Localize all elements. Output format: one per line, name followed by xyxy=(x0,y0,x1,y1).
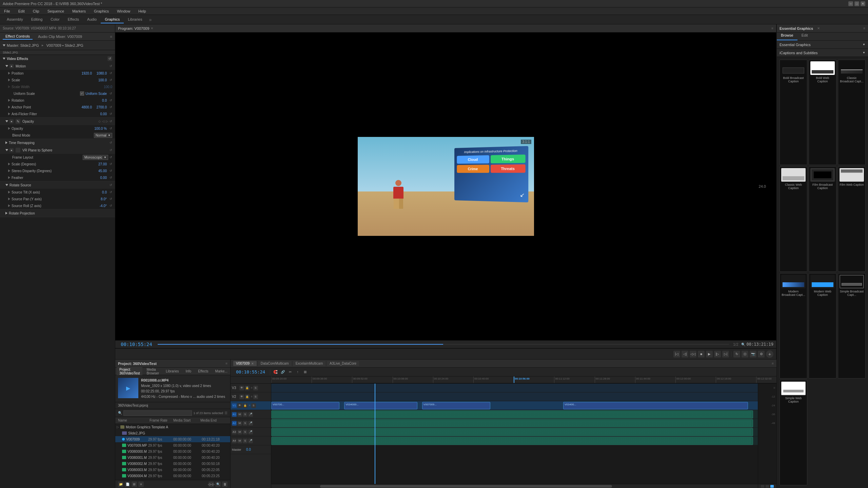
menu-clip[interactable]: Clip xyxy=(32,8,41,14)
a2-m-button[interactable]: M xyxy=(237,421,242,426)
timeline-playhead[interactable] xyxy=(514,377,514,383)
template-modern-broadcast[interactable]: Modern Broadcast Capt... xyxy=(780,273,807,379)
position-expand-icon[interactable] xyxy=(8,72,10,75)
go-to-end-button[interactable]: ▷| xyxy=(722,351,729,358)
tab-project[interactable]: Project: 360VideoTest xyxy=(117,367,142,376)
step-forward-button[interactable]: |▷ xyxy=(714,351,721,358)
v1-target-button[interactable]: V1 xyxy=(232,403,237,408)
antiflicker-value[interactable]: 0.00 xyxy=(93,112,107,116)
menu-markers[interactable]: Markers xyxy=(71,8,87,14)
position-y-value[interactable]: 1080.0 xyxy=(93,72,107,75)
a2-lane[interactable] xyxy=(271,419,758,428)
position-x-value[interactable]: 1920.0 xyxy=(78,72,92,75)
pan-expand-icon[interactable] xyxy=(8,198,10,200)
template-classic-broadcast[interactable]: Classic Broadcast Capt... xyxy=(838,60,866,165)
workspace-tab-audio[interactable]: Audio xyxy=(83,16,101,23)
opacity-value-reset[interactable]: ↺ xyxy=(110,127,112,130)
roll-value[interactable]: -4.0° xyxy=(93,204,107,208)
play-button[interactable]: ▶ xyxy=(706,351,713,358)
workspace-tab-color[interactable]: Color xyxy=(46,16,63,23)
v2-lane[interactable] xyxy=(271,392,758,401)
audio-clip-a1[interactable] xyxy=(271,410,753,419)
timeline-tab-datacore[interactable]: DataCoreMulticam xyxy=(258,361,292,366)
uniform-scale-reset[interactable]: ↺ xyxy=(110,92,112,95)
workspace-tab-libraries[interactable]: Libraries xyxy=(124,16,146,23)
v3-eye-button[interactable]: 👁 xyxy=(239,386,244,390)
antiflicker-expand-icon[interactable] xyxy=(8,113,10,115)
v1-eye-button[interactable]: 👁 xyxy=(237,403,242,408)
workspace-tab-graphics[interactable]: Graphics xyxy=(101,16,124,23)
audio-clip-a3[interactable] xyxy=(271,428,753,436)
a2-voice-button[interactable]: 🎤 xyxy=(248,421,253,426)
stereo-reset[interactable]: ↺ xyxy=(110,169,112,172)
workspace-tab-effects[interactable]: Effects xyxy=(64,16,83,23)
v1-s-button[interactable]: S xyxy=(251,403,256,408)
opacity-header[interactable]: ● ✎ Opacity ◇ ◁ ▷ ↺ xyxy=(0,118,115,125)
anchor-expand-icon[interactable] xyxy=(8,106,10,108)
position-reset[interactable]: ↺ xyxy=(110,72,112,75)
timeline-panel-menu[interactable]: ≡ xyxy=(772,362,774,365)
a2-s-button[interactable]: S xyxy=(243,421,248,426)
stereo-expand-icon[interactable] xyxy=(8,169,10,172)
rotation-value[interactable]: 0.0 xyxy=(93,99,107,102)
motion-enable-icon[interactable]: ● xyxy=(9,64,14,68)
feather-reset[interactable]: ↺ xyxy=(110,176,112,179)
antiflicker-reset[interactable]: ↺ xyxy=(110,112,112,116)
anchor-y-value[interactable]: 2700.0 xyxy=(93,105,107,109)
settings-button[interactable]: ⚙ xyxy=(758,351,765,358)
tilt-value[interactable]: 0.0 xyxy=(93,190,107,194)
list-item[interactable]: V0080001.MP4 29.97 fps 00:00:00:00 00:00… xyxy=(115,454,230,461)
v3-lane[interactable] xyxy=(271,384,758,392)
v1-lane[interactable]: V00700... V034000... V007009... V03400..… xyxy=(271,401,758,410)
delete-button[interactable]: 🗑 xyxy=(222,482,228,487)
v2-lock-button[interactable]: 🔒 xyxy=(245,394,250,399)
opacity-enable-icon[interactable]: ● xyxy=(9,119,14,123)
a3-target-button[interactable]: A3 xyxy=(232,430,237,434)
list-item[interactable]: ▷ Motion Graphics Template A xyxy=(115,424,230,430)
panel-menu-icon[interactable]: ≡ xyxy=(110,35,112,39)
vr-reset[interactable]: ↺ xyxy=(110,148,112,152)
lift-extract-button[interactable]: ↑ xyxy=(295,369,301,375)
rotation-expand-icon[interactable] xyxy=(8,99,10,102)
loop-button[interactable]: ↻ xyxy=(733,351,740,358)
opacity-percent-value[interactable]: 100.0 % xyxy=(93,127,107,130)
a4-lane[interactable] xyxy=(271,436,758,445)
v3-s-button[interactable]: S xyxy=(253,386,258,390)
menu-file[interactable]: File xyxy=(3,8,12,14)
scale-degrees-value[interactable]: 27.00 xyxy=(93,162,107,166)
eg-panel-menu-icon[interactable]: ≡ xyxy=(863,26,865,30)
opacity-expand-icon[interactable] xyxy=(8,127,10,130)
go-to-start-button[interactable]: |◁ xyxy=(673,351,680,358)
tab-info[interactable]: Info xyxy=(183,369,194,374)
safe-margins-button[interactable]: ⊡ xyxy=(742,351,748,358)
list-item[interactable]: V0080002.MP4 29.97 fps 00:00:00:00 00:00… xyxy=(115,461,230,467)
tab-effects[interactable]: Effects xyxy=(195,369,211,374)
stereo-value[interactable]: 45.00 xyxy=(93,169,107,173)
list-item[interactable]: V0080003.MP4 29.97 fps 00:00:00:00 00:05… xyxy=(115,467,230,473)
snap-button[interactable]: 🧲 xyxy=(272,369,278,375)
scale-degrees-expand-icon[interactable] xyxy=(8,163,10,165)
playback-scrubber[interactable] xyxy=(158,344,729,345)
scale-value[interactable]: 100.0 xyxy=(93,78,107,82)
scrollbar-thumb[interactable] xyxy=(320,485,612,488)
project-search-input[interactable] xyxy=(123,410,192,416)
a4-target-button[interactable]: A4 xyxy=(232,439,237,443)
workspace-tab-assembly[interactable]: Assembly xyxy=(3,16,27,23)
menu-window[interactable]: Window xyxy=(116,8,132,14)
export-frame-button[interactable]: 📷 xyxy=(750,351,756,358)
template-simple-web[interactable]: Simple Web Caption xyxy=(780,380,807,485)
video-clip[interactable]: V007009... xyxy=(422,402,490,409)
search-button[interactable]: 🔍 xyxy=(215,482,221,487)
time-remapping-header[interactable]: Time Remapping ↺ xyxy=(0,139,115,146)
list-item[interactable]: Slide2.JPG xyxy=(115,430,230,436)
pan-reset[interactable]: ↺ xyxy=(110,197,112,201)
list-item[interactable]: V0080000.MP4 29.97 fps 00:00:00:00 00:00… xyxy=(115,448,230,454)
mini-btn-3[interactable] xyxy=(770,485,774,488)
mini-btn-1[interactable] xyxy=(761,485,764,488)
blend-mode-dropdown[interactable]: Normal ▼ xyxy=(94,133,112,138)
menu-graphics[interactable]: Graphics xyxy=(93,8,110,14)
icon-view-button[interactable]: ⊞ xyxy=(132,482,137,487)
source-dropdown-icon[interactable] xyxy=(3,44,5,46)
add-edit-button[interactable]: ✂ xyxy=(287,369,293,375)
mini-btn-2[interactable] xyxy=(766,485,769,488)
